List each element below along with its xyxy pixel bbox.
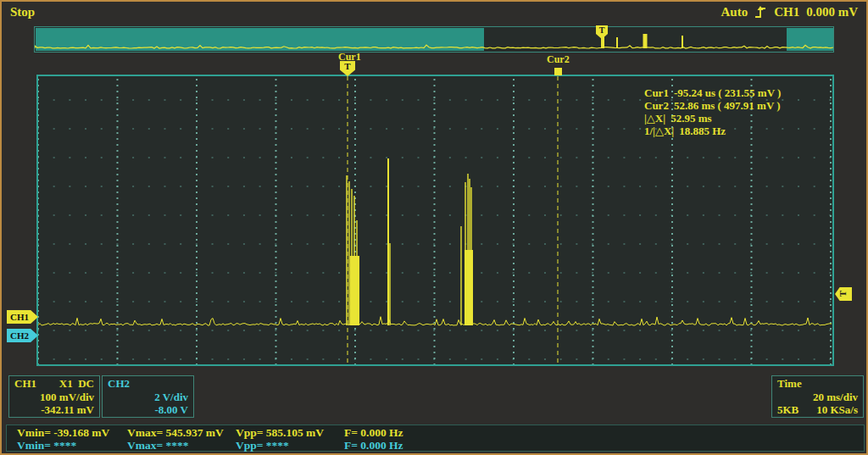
measurements-bar: Vmin= -39.168 mV Vmax= 545.937 mV Vpp= 5…: [6, 424, 865, 452]
ch1-vmax: Vmax= 545.937 mV: [127, 426, 236, 439]
ch2-vpp: Vpp= ****: [236, 439, 344, 452]
overview-waveform: [35, 27, 833, 52]
acquisition-status[interactable]: Stop: [10, 5, 35, 19]
ch1-vmin: Vmin= -39.168 mV: [17, 426, 127, 439]
oscilloscope-screen: Stop Auto CH1 0.000 mV T Cur1 T Cur2 Cur…: [0, 0, 868, 455]
cursor-readout: Cur1-95.24 us ( 231.55 mV ) Cur252.86 ms…: [644, 86, 781, 137]
cursor2-handle[interactable]: [554, 68, 562, 75]
memory-depth: 5KB: [777, 403, 798, 417]
ch2-name: CH2: [108, 377, 130, 391]
ch2-freq: F= 0.000 Hz: [344, 439, 864, 452]
trigger-level-value: 0.000 mV: [806, 5, 858, 19]
ch2-offset: -8.00 V: [155, 403, 188, 417]
ch2-vmax: Vmax= ****: [127, 439, 236, 452]
ch2-settings-panel[interactable]: CH2 2 V/div -8.00 V: [102, 375, 194, 418]
cursor2-label: Cur2: [547, 53, 570, 66]
ch1-position-tag[interactable]: CH1: [7, 310, 38, 324]
rising-edge-trigger-icon: [754, 5, 767, 19]
ch1-freq: F= 0.000 Hz: [344, 426, 864, 439]
ch2-scale: 2 V/div: [154, 391, 188, 404]
ch1-vpp: Vpp= 585.105 mV: [236, 426, 344, 439]
ch1-settings-panel[interactable]: CH1X1 DC 100 mV/div -342.11 mV: [8, 375, 100, 418]
trigger-level-tag[interactable]: T: [835, 287, 852, 301]
readout-line: 1/|△X|18.885 Hz: [644, 125, 781, 137]
ch2-vmin: Vmin= ****: [17, 439, 127, 452]
sample-rate: 10 KSa/s: [816, 403, 858, 417]
readout-line: Cur252.86 ms ( 497.91 mV ): [644, 99, 781, 112]
readout-line: |△X|52.95 ms: [644, 112, 781, 125]
ch1-coupling: X1 DC: [59, 377, 94, 391]
record-overview-bar: T: [34, 26, 834, 53]
ch1-scale: 100 mV/div: [40, 391, 94, 404]
trigger-source: CH1: [774, 5, 799, 19]
trigger-status-group: Auto CH1 0.000 mV: [721, 5, 859, 19]
time-title: Time: [777, 377, 802, 391]
timebase-panel[interactable]: Time 20 ms/div 5KB10 KSa/s: [771, 375, 864, 418]
top-status-bar: Stop Auto CH1 0.000 mV: [2, 2, 866, 25]
readout-line: Cur1-95.24 us ( 231.55 mV ): [644, 86, 781, 99]
ch1-name: CH1: [14, 377, 36, 391]
ch1-offset: -342.11 mV: [41, 403, 94, 417]
waveform-display: Cur1-95.24 us ( 231.55 mV ) Cur252.86 ms…: [36, 75, 834, 366]
time-scale: 20 ms/div: [813, 391, 858, 404]
trigger-mode[interactable]: Auto: [721, 5, 748, 19]
ch2-position-tag[interactable]: CH2: [7, 329, 38, 342]
